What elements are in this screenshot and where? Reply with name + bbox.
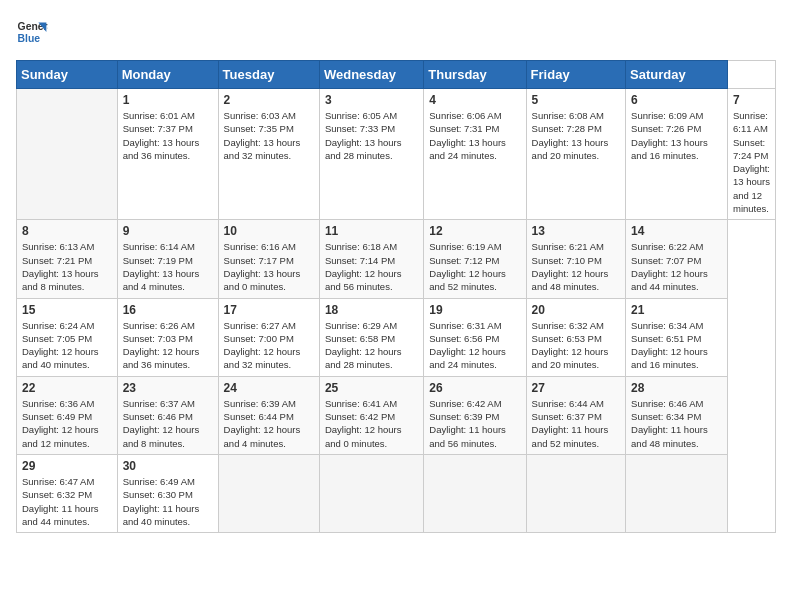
calendar-cell: 8Sunrise: 6:13 AMSunset: 7:21 PMDaylight… — [17, 220, 118, 298]
calendar-cell: 7Sunrise: 6:11 AMSunset: 7:24 PMDaylight… — [727, 89, 775, 220]
day-number: 5 — [532, 93, 620, 107]
day-info: Sunrise: 6:47 AMSunset: 6:32 PMDaylight:… — [22, 475, 112, 528]
day-info: Sunrise: 6:29 AMSunset: 6:58 PMDaylight:… — [325, 319, 418, 372]
calendar-cell: 21Sunrise: 6:34 AMSunset: 6:51 PMDayligh… — [626, 298, 728, 376]
calendar-cell: 5Sunrise: 6:08 AMSunset: 7:28 PMDaylight… — [526, 89, 625, 220]
day-header-thursday: Thursday — [424, 61, 526, 89]
calendar-cell: 3Sunrise: 6:05 AMSunset: 7:33 PMDaylight… — [319, 89, 423, 220]
day-info: Sunrise: 6:36 AMSunset: 6:49 PMDaylight:… — [22, 397, 112, 450]
day-header-tuesday: Tuesday — [218, 61, 319, 89]
day-number: 20 — [532, 303, 620, 317]
calendar-cell: 27Sunrise: 6:44 AMSunset: 6:37 PMDayligh… — [526, 376, 625, 454]
calendar-cell — [17, 89, 118, 220]
logo: General Blue — [16, 16, 48, 48]
day-number: 6 — [631, 93, 722, 107]
day-number: 24 — [224, 381, 314, 395]
page-header: General Blue — [16, 16, 776, 48]
day-info: Sunrise: 6:16 AMSunset: 7:17 PMDaylight:… — [224, 240, 314, 293]
calendar-cell: 29Sunrise: 6:47 AMSunset: 6:32 PMDayligh… — [17, 454, 118, 532]
day-number: 30 — [123, 459, 213, 473]
calendar-week-3: 15Sunrise: 6:24 AMSunset: 7:05 PMDayligh… — [17, 298, 776, 376]
day-info: Sunrise: 6:27 AMSunset: 7:00 PMDaylight:… — [224, 319, 314, 372]
calendar-cell: 28Sunrise: 6:46 AMSunset: 6:34 PMDayligh… — [626, 376, 728, 454]
day-number: 4 — [429, 93, 520, 107]
day-number: 17 — [224, 303, 314, 317]
calendar-cell: 16Sunrise: 6:26 AMSunset: 7:03 PMDayligh… — [117, 298, 218, 376]
day-number: 11 — [325, 224, 418, 238]
day-info: Sunrise: 6:13 AMSunset: 7:21 PMDaylight:… — [22, 240, 112, 293]
day-info: Sunrise: 6:01 AMSunset: 7:37 PMDaylight:… — [123, 109, 213, 162]
day-header-friday: Friday — [526, 61, 625, 89]
calendar-cell — [526, 454, 625, 532]
calendar-week-1: 1Sunrise: 6:01 AMSunset: 7:37 PMDaylight… — [17, 89, 776, 220]
calendar-cell: 12Sunrise: 6:19 AMSunset: 7:12 PMDayligh… — [424, 220, 526, 298]
day-info: Sunrise: 6:11 AMSunset: 7:24 PMDaylight:… — [733, 109, 770, 215]
day-info: Sunrise: 6:19 AMSunset: 7:12 PMDaylight:… — [429, 240, 520, 293]
day-number: 1 — [123, 93, 213, 107]
day-number: 27 — [532, 381, 620, 395]
day-info: Sunrise: 6:42 AMSunset: 6:39 PMDaylight:… — [429, 397, 520, 450]
calendar-header: SundayMondayTuesdayWednesdayThursdayFrid… — [17, 61, 776, 89]
calendar-cell: 11Sunrise: 6:18 AMSunset: 7:14 PMDayligh… — [319, 220, 423, 298]
calendar-cell: 13Sunrise: 6:21 AMSunset: 7:10 PMDayligh… — [526, 220, 625, 298]
calendar-cell: 19Sunrise: 6:31 AMSunset: 6:56 PMDayligh… — [424, 298, 526, 376]
day-info: Sunrise: 6:03 AMSunset: 7:35 PMDaylight:… — [224, 109, 314, 162]
day-number: 16 — [123, 303, 213, 317]
calendar-cell: 18Sunrise: 6:29 AMSunset: 6:58 PMDayligh… — [319, 298, 423, 376]
calendar-week-4: 22Sunrise: 6:36 AMSunset: 6:49 PMDayligh… — [17, 376, 776, 454]
day-number: 10 — [224, 224, 314, 238]
day-number: 13 — [532, 224, 620, 238]
day-number: 28 — [631, 381, 722, 395]
day-number: 25 — [325, 381, 418, 395]
day-number: 12 — [429, 224, 520, 238]
day-info: Sunrise: 6:31 AMSunset: 6:56 PMDaylight:… — [429, 319, 520, 372]
day-number: 7 — [733, 93, 770, 107]
day-info: Sunrise: 6:06 AMSunset: 7:31 PMDaylight:… — [429, 109, 520, 162]
day-number: 23 — [123, 381, 213, 395]
day-number: 18 — [325, 303, 418, 317]
day-number: 8 — [22, 224, 112, 238]
day-info: Sunrise: 6:49 AMSunset: 6:30 PMDaylight:… — [123, 475, 213, 528]
day-info: Sunrise: 6:44 AMSunset: 6:37 PMDaylight:… — [532, 397, 620, 450]
calendar-cell: 25Sunrise: 6:41 AMSunset: 6:42 PMDayligh… — [319, 376, 423, 454]
calendar-cell — [319, 454, 423, 532]
calendar-cell: 14Sunrise: 6:22 AMSunset: 7:07 PMDayligh… — [626, 220, 728, 298]
calendar-cell: 30Sunrise: 6:49 AMSunset: 6:30 PMDayligh… — [117, 454, 218, 532]
calendar-week-5: 29Sunrise: 6:47 AMSunset: 6:32 PMDayligh… — [17, 454, 776, 532]
day-number: 9 — [123, 224, 213, 238]
day-info: Sunrise: 6:09 AMSunset: 7:26 PMDaylight:… — [631, 109, 722, 162]
day-number: 15 — [22, 303, 112, 317]
calendar-week-2: 8Sunrise: 6:13 AMSunset: 7:21 PMDaylight… — [17, 220, 776, 298]
calendar-cell — [424, 454, 526, 532]
day-info: Sunrise: 6:32 AMSunset: 6:53 PMDaylight:… — [532, 319, 620, 372]
calendar-table: SundayMondayTuesdayWednesdayThursdayFrid… — [16, 60, 776, 533]
calendar-cell: 17Sunrise: 6:27 AMSunset: 7:00 PMDayligh… — [218, 298, 319, 376]
day-info: Sunrise: 6:14 AMSunset: 7:19 PMDaylight:… — [123, 240, 213, 293]
day-number: 22 — [22, 381, 112, 395]
day-info: Sunrise: 6:37 AMSunset: 6:46 PMDaylight:… — [123, 397, 213, 450]
day-info: Sunrise: 6:24 AMSunset: 7:05 PMDaylight:… — [22, 319, 112, 372]
calendar-cell: 22Sunrise: 6:36 AMSunset: 6:49 PMDayligh… — [17, 376, 118, 454]
day-info: Sunrise: 6:08 AMSunset: 7:28 PMDaylight:… — [532, 109, 620, 162]
logo-icon: General Blue — [16, 16, 48, 48]
calendar-cell: 10Sunrise: 6:16 AMSunset: 7:17 PMDayligh… — [218, 220, 319, 298]
calendar-cell: 24Sunrise: 6:39 AMSunset: 6:44 PMDayligh… — [218, 376, 319, 454]
calendar-cell — [626, 454, 728, 532]
day-number: 3 — [325, 93, 418, 107]
calendar-cell — [218, 454, 319, 532]
day-info: Sunrise: 6:05 AMSunset: 7:33 PMDaylight:… — [325, 109, 418, 162]
day-info: Sunrise: 6:39 AMSunset: 6:44 PMDaylight:… — [224, 397, 314, 450]
day-info: Sunrise: 6:34 AMSunset: 6:51 PMDaylight:… — [631, 319, 722, 372]
day-info: Sunrise: 6:46 AMSunset: 6:34 PMDaylight:… — [631, 397, 722, 450]
calendar-cell: 1Sunrise: 6:01 AMSunset: 7:37 PMDaylight… — [117, 89, 218, 220]
day-header-sunday: Sunday — [17, 61, 118, 89]
day-info: Sunrise: 6:22 AMSunset: 7:07 PMDaylight:… — [631, 240, 722, 293]
calendar-cell: 15Sunrise: 6:24 AMSunset: 7:05 PMDayligh… — [17, 298, 118, 376]
day-info: Sunrise: 6:41 AMSunset: 6:42 PMDaylight:… — [325, 397, 418, 450]
day-number: 19 — [429, 303, 520, 317]
day-info: Sunrise: 6:26 AMSunset: 7:03 PMDaylight:… — [123, 319, 213, 372]
calendar-cell: 4Sunrise: 6:06 AMSunset: 7:31 PMDaylight… — [424, 89, 526, 220]
calendar-cell: 26Sunrise: 6:42 AMSunset: 6:39 PMDayligh… — [424, 376, 526, 454]
day-number: 21 — [631, 303, 722, 317]
day-info: Sunrise: 6:18 AMSunset: 7:14 PMDaylight:… — [325, 240, 418, 293]
